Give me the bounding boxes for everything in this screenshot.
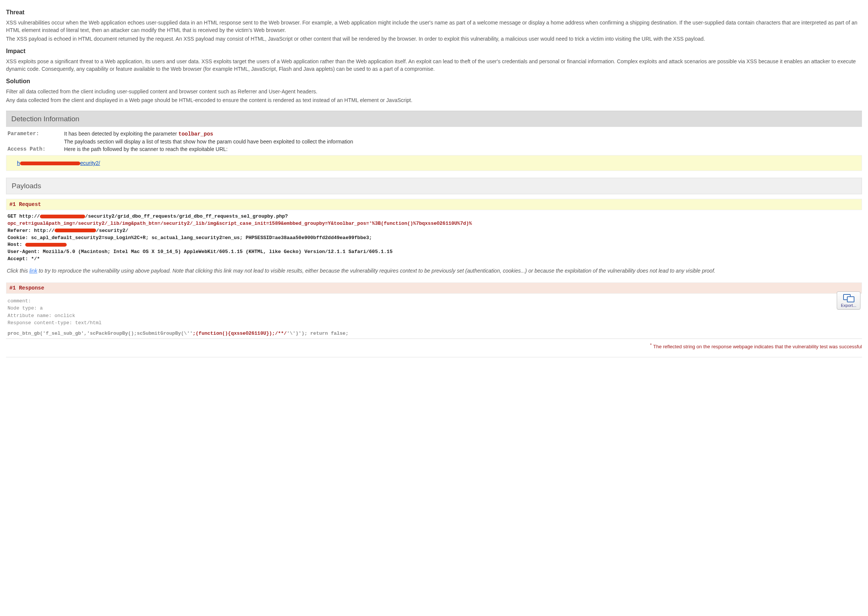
- threat-p1: XSS vulnerabilities occur when the Web a…: [6, 19, 862, 34]
- access-path-link[interactable]: hecurity2/: [17, 160, 100, 166]
- impact-heading: Impact: [6, 48, 862, 55]
- resp-code-inject: ;(function(){qxsseO26110U});/**/: [192, 331, 287, 336]
- resp-comment: comment:: [8, 297, 860, 305]
- threat-heading: Threat: [6, 9, 862, 16]
- parameter-text2: The payloads section will display a list…: [64, 138, 860, 145]
- resp-code-post: '\')'); return false;: [287, 331, 348, 336]
- parameter-value: It has been detected by exploiting the p…: [64, 130, 860, 137]
- request-1-body: GET http:///security2/grid_dbo_ff_reques…: [6, 210, 862, 266]
- req-ua: User-Agent: Mozilla/5.0 (Macintosh; Inte…: [8, 249, 392, 255]
- solution-p2: Any data collected from the client and d…: [6, 96, 862, 104]
- solution-heading: Solution: [6, 78, 862, 85]
- access-path-value: Here is the path followed by the scanner…: [64, 146, 860, 152]
- response-1-code: proc_btn_gb('f_sel_sub_gb','scPackGroupB…: [6, 328, 862, 339]
- resp-node: Node type: a: [8, 305, 860, 312]
- access-path-row: Access Path: Here is the path followed b…: [8, 146, 860, 152]
- parameter-row: Parameter: It has been detected by explo…: [8, 130, 860, 137]
- path-prefix: h: [17, 160, 20, 166]
- parameter-text-pre: It has been detected by exploiting the p…: [64, 130, 179, 137]
- reproduce-note: Click this link to try to reproduce the …: [6, 266, 862, 279]
- footnote-text: The reflected string on the response web…: [653, 344, 862, 349]
- parameter-name: toolbar_pos: [179, 131, 213, 137]
- req-cookie: Cookie: sc_apl_default_security2=sup_Log…: [8, 235, 372, 240]
- vuln-success-footnote: *The reflected string on the response we…: [6, 343, 862, 349]
- impact-p1: XSS exploits pose a significant threat t…: [6, 58, 862, 73]
- redacted-host-1: [40, 215, 85, 218]
- detection-kv-block: Parameter: It has been detected by explo…: [6, 127, 862, 152]
- parameter-row2: The payloads section will display a list…: [8, 138, 860, 145]
- note-pre: Click this: [7, 268, 29, 274]
- response-1-meta: comment: Node type: a Attribute name: on…: [6, 294, 862, 328]
- req-get-path: /security2/grid_dbo_ff_requests/grid_dbo…: [85, 214, 288, 219]
- solution-p1: Filter all data collected from the clien…: [6, 88, 862, 95]
- bottom-divider: [6, 357, 862, 357]
- response-1-header: #1 Response: [6, 282, 862, 294]
- req-accept: Accept: */*: [8, 256, 40, 262]
- export-button[interactable]: Export...: [837, 291, 860, 310]
- req-params: opc_ret=igual&path_img=/security2/_lib/i…: [8, 221, 472, 226]
- req-host-label: Host:: [8, 242, 25, 247]
- detection-panel-header: Detection Information: [6, 111, 862, 127]
- export-label: Export...: [841, 303, 856, 308]
- request-1-header: #1 Request: [6, 199, 862, 210]
- access-path-label: Access Path:: [8, 146, 64, 152]
- path-suffix: ecurity2/: [80, 160, 100, 166]
- redacted-host-2: [55, 229, 96, 232]
- req-referer-suf: /security2/: [96, 228, 128, 233]
- resp-code-pre: proc_btn_gb('f_sel_sub_gb','scPackGroupB…: [8, 331, 192, 336]
- reproduce-link[interactable]: link: [29, 268, 37, 274]
- threat-p2: The XSS payload is echoed in HTML docume…: [6, 35, 862, 42]
- resp-attr: Attribute name: onclick: [8, 312, 860, 320]
- export-icon: [843, 294, 854, 302]
- req-get-prefix: GET http://: [8, 214, 40, 219]
- req-referer-pre: Referer: http://: [8, 228, 55, 233]
- resp-content-type: Response content-type: text/html: [8, 319, 860, 327]
- access-path-box: hecurity2/: [6, 155, 862, 171]
- payloads-panel-header: Payloads: [6, 178, 862, 194]
- parameter-label: Parameter:: [8, 130, 64, 137]
- redacted-domain: [20, 162, 80, 165]
- note-post: to try to reproduce the vulnerability us…: [37, 268, 715, 274]
- redacted-host-3: [25, 243, 67, 247]
